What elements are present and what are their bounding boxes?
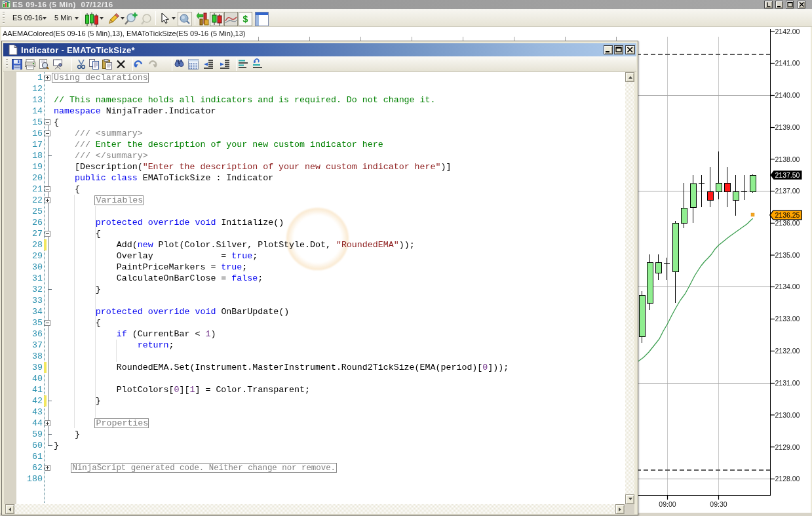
- svg-text:2129.00: 2129.00: [775, 443, 800, 451]
- svg-text:2137.50: 2137.50: [775, 171, 800, 179]
- svg-text:2131.00: 2131.00: [775, 379, 800, 387]
- svg-text:2136.00: 2136.00: [775, 219, 800, 227]
- svg-text:2134.00: 2134.00: [775, 283, 800, 290]
- svg-text:2135.00: 2135.00: [775, 251, 800, 259]
- svg-text:2136.25: 2136.25: [775, 211, 800, 219]
- svg-text:2132.00: 2132.00: [775, 347, 800, 355]
- svg-text:2141.00: 2141.00: [775, 59, 800, 67]
- svg-text:2137.00: 2137.00: [775, 187, 800, 195]
- svg-text:09:00: 09:00: [659, 500, 676, 508]
- svg-text:2128.00: 2128.00: [775, 475, 800, 483]
- svg-text:09:30: 09:30: [710, 500, 727, 508]
- svg-text:2138.00: 2138.00: [775, 155, 800, 163]
- svg-text:2142.00: 2142.00: [775, 28, 800, 35]
- svg-text:2133.00: 2133.00: [775, 315, 800, 323]
- svg-text:2140.00: 2140.00: [775, 91, 800, 99]
- svg-text:2130.00: 2130.00: [775, 411, 800, 419]
- svg-text:2139.00: 2139.00: [775, 123, 800, 131]
